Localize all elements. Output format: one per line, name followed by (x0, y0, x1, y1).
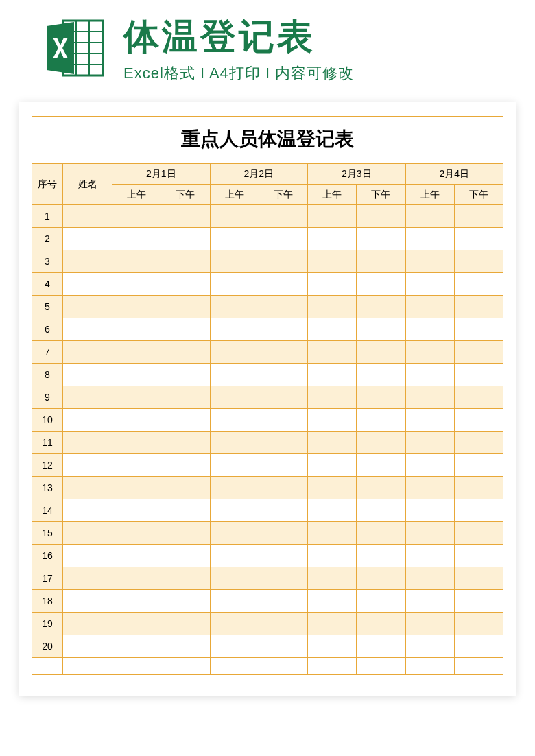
data-cell (454, 205, 503, 228)
data-cell (63, 477, 112, 499)
col-header-pm: 下午 (357, 185, 405, 205)
seq-cell: 20 (32, 635, 63, 658)
table-row: 3 (32, 250, 503, 273)
table-row: 9 (32, 386, 503, 409)
footer-cell (357, 658, 405, 675)
seq-cell: 7 (32, 341, 63, 364)
data-cell (112, 522, 161, 545)
col-header-pm: 下午 (454, 185, 503, 205)
excel-icon (41, 14, 110, 85)
table-row: 1 (32, 205, 503, 228)
data-cell (63, 228, 112, 250)
data-cell (454, 386, 503, 409)
data-cell (63, 341, 112, 364)
footer-cell (259, 658, 307, 675)
data-cell (210, 454, 259, 477)
data-cell (210, 409, 259, 432)
seq-cell: 6 (32, 318, 63, 341)
data-cell (112, 386, 161, 409)
data-cell (357, 477, 405, 499)
data-cell (308, 386, 357, 409)
table-row: 7 (32, 341, 503, 364)
data-cell (161, 432, 210, 454)
table-row: 8 (32, 364, 503, 386)
table-row: 2 (32, 228, 503, 250)
table-row: 13 (32, 477, 503, 499)
data-cell (405, 409, 454, 432)
seq-cell: 16 (32, 545, 63, 567)
col-header-am: 上午 (210, 185, 259, 205)
data-cell (357, 613, 405, 635)
data-cell (259, 590, 307, 613)
data-cell (454, 522, 503, 545)
footer-cell (32, 658, 63, 675)
data-cell (112, 590, 161, 613)
table-row: 20 (32, 635, 503, 658)
data-cell (112, 273, 161, 296)
data-cell (357, 273, 405, 296)
data-cell (259, 477, 307, 499)
data-cell (161, 364, 210, 386)
data-cell (357, 205, 405, 228)
col-header-pm: 下午 (259, 185, 307, 205)
data-cell (357, 250, 405, 273)
data-cell (210, 590, 259, 613)
data-cell (63, 296, 112, 318)
data-cell (63, 567, 112, 590)
sheet-title: 重点人员体温登记表 (32, 116, 503, 163)
data-cell (161, 386, 210, 409)
document-header: 体温登记表 Excel格式 I A4打印 I 内容可修改 (0, 0, 535, 95)
footer-cell (405, 658, 454, 675)
data-cell (259, 613, 307, 635)
data-cell (308, 499, 357, 522)
seq-cell: 5 (32, 296, 63, 318)
table-row: 16 (32, 545, 503, 567)
data-cell (259, 432, 307, 454)
data-cell (161, 205, 210, 228)
data-cell (357, 341, 405, 364)
data-cell (259, 386, 307, 409)
footer-cell (63, 658, 112, 675)
col-header-pm: 下午 (161, 185, 210, 205)
data-cell (454, 341, 503, 364)
data-cell (259, 499, 307, 522)
data-cell (454, 228, 503, 250)
data-cell (308, 296, 357, 318)
data-cell (161, 590, 210, 613)
data-cell (308, 318, 357, 341)
seq-cell: 3 (32, 250, 63, 273)
data-cell (161, 341, 210, 364)
document-title: 体温登记表 (123, 15, 514, 58)
data-cell (112, 228, 161, 250)
data-cell (210, 613, 259, 635)
data-cell (112, 432, 161, 454)
table-row: 14 (32, 499, 503, 522)
data-cell (161, 250, 210, 273)
data-cell (308, 273, 357, 296)
data-cell (161, 567, 210, 590)
footer-cell (210, 658, 259, 675)
data-cell (405, 364, 454, 386)
data-cell (308, 590, 357, 613)
data-cell (259, 635, 307, 658)
data-cell (161, 409, 210, 432)
data-cell (161, 228, 210, 250)
data-cell (210, 205, 259, 228)
data-cell (161, 613, 210, 635)
data-cell (259, 205, 307, 228)
seq-cell: 1 (32, 205, 63, 228)
table-row: 10 (32, 409, 503, 432)
seq-cell: 8 (32, 364, 63, 386)
data-cell (259, 364, 307, 386)
data-cell (308, 250, 357, 273)
data-cell (210, 341, 259, 364)
data-cell (454, 364, 503, 386)
footer-cell (112, 658, 161, 675)
data-cell (405, 613, 454, 635)
data-cell (357, 386, 405, 409)
seq-cell: 17 (32, 567, 63, 590)
table-row: 15 (32, 522, 503, 545)
data-cell (210, 386, 259, 409)
seq-cell: 2 (32, 228, 63, 250)
seq-cell: 15 (32, 522, 63, 545)
